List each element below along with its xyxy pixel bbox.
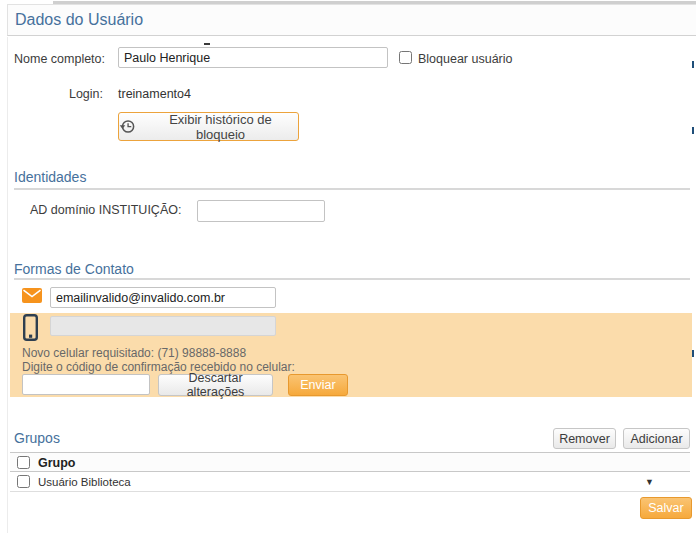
salvar-button[interactable]: Salvar xyxy=(640,497,692,519)
clipped-content-artifact xyxy=(692,127,694,134)
remover-button[interactable]: Remover xyxy=(553,428,616,449)
descartar-alteracoes-button[interactable]: Descartar alterações xyxy=(158,374,273,396)
email-input[interactable] xyxy=(50,287,276,308)
smartphone-icon xyxy=(23,314,38,341)
clipped-content-artifact xyxy=(692,350,694,357)
login-label: Login: xyxy=(14,87,103,101)
page-title: Dados do Usuário xyxy=(15,11,143,29)
clipped-content-artifact xyxy=(204,43,210,45)
codigo-confirmacao-input[interactable] xyxy=(22,374,150,395)
enviar-button[interactable]: Enviar xyxy=(288,374,348,396)
contato-divider xyxy=(14,278,690,280)
row-checkbox[interactable] xyxy=(17,475,30,488)
ad-dominio-input[interactable] xyxy=(197,200,325,222)
select-all-checkbox[interactable] xyxy=(17,456,30,469)
celular-input xyxy=(50,316,276,336)
table-row[interactable]: Usuário Biblioteca ▼ xyxy=(10,472,690,492)
login-value: treinamento4 xyxy=(118,87,191,101)
bloquear-usuario-label: Bloquear usuário xyxy=(418,52,513,66)
user-data-page: Dados do Usuário Nome completo: Bloquear… xyxy=(0,0,696,533)
panel-header: Dados do Usuário xyxy=(7,4,696,36)
grupos-table-header: Grupo xyxy=(10,452,690,472)
contato-section-title: Formas de Contato xyxy=(14,261,134,277)
novo-celular-text: Novo celular requisitado: (71) 98888-888… xyxy=(22,346,246,360)
grupos-table: Grupo Usuário Biblioteca ▼ xyxy=(10,452,690,492)
clipped-content-artifact xyxy=(692,61,694,68)
grupos-section-title: Grupos xyxy=(14,430,60,446)
chevron-down-icon[interactable]: ▼ xyxy=(645,477,654,487)
nome-completo-label: Nome completo: xyxy=(14,52,105,66)
envelope-icon xyxy=(22,288,42,303)
bloquear-usuario-checkbox[interactable] xyxy=(399,51,412,64)
nome-completo-input[interactable] xyxy=(118,47,388,68)
exibir-historico-label: Exibir histórico de bloqueio xyxy=(143,112,298,142)
grupo-column-header: Grupo xyxy=(38,456,76,470)
panel-left-border xyxy=(7,37,8,533)
identidades-divider xyxy=(14,188,690,190)
exibir-historico-button[interactable]: Exibir histórico de bloqueio xyxy=(118,112,299,141)
ad-dominio-label: AD domínio INSTITUIÇÃO: xyxy=(30,203,181,217)
clock-history-icon xyxy=(119,118,136,135)
grupo-row-label: Usuário Biblioteca xyxy=(38,476,131,488)
identidades-section-title: Identidades xyxy=(14,169,86,185)
adicionar-button[interactable]: Adicionar xyxy=(623,428,690,449)
